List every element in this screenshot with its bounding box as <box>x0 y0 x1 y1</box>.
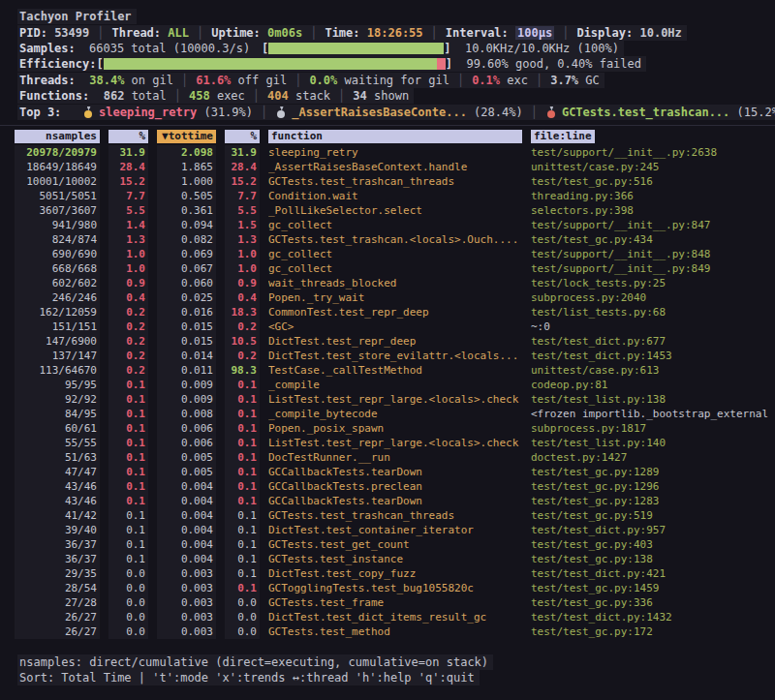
cell-function: GCTests.test_trashcan.<locals>.Ouch.... <box>268 232 522 247</box>
cell-nsamples: 162/12059 <box>15 305 100 320</box>
cell-pct-direct: 1.4 <box>108 218 148 232</box>
cell-tottime: 0.082 <box>157 232 216 247</box>
display-label: Display: <box>576 26 633 40</box>
cell-file-line: test/test_gc.py:138 <box>531 552 775 566</box>
divider: │ <box>189 26 211 40</box>
cell-nsamples: 29/35 <box>15 566 100 581</box>
efficiency-bar-open: [ <box>96 57 103 71</box>
cell-pct-cumulative: 0.1 <box>225 581 260 595</box>
cell-pct-cumulative: 98.3 <box>225 363 260 378</box>
table-row: 36/370.10.0040.1GCTests.test_instancetes… <box>0 552 775 566</box>
threads-waiting-value: 0.0% <box>309 74 337 87</box>
cell-pct-direct: 0.2 <box>108 334 148 349</box>
table-row: 55/550.10.0060.1ListTest.test_repr_large… <box>0 436 775 450</box>
cell-function: DictTest.test_copy_fuzz <box>268 566 522 581</box>
cell-pct-cumulative: 5.5 <box>225 203 260 218</box>
column-header-function[interactable]: function <box>268 130 522 143</box>
table-body: 20978/2097931.92.09831.9sleeping_retryte… <box>0 145 775 639</box>
threads-gc-text: GC <box>585 74 599 87</box>
samples-bar-close: ] <box>444 42 450 55</box>
cell-function: Condition.wait <box>268 189 522 203</box>
cell-function: GCTests.test_method <box>268 624 522 639</box>
profiler-screen: Tachyon Profiler PID: 53499 │ Thread: AL… <box>0 0 775 700</box>
cell-nsamples: 824/874 <box>15 232 100 247</box>
cell-pct-direct: 0.1 <box>108 378 148 392</box>
cell-function: Popen._try_wait <box>268 290 522 305</box>
table-row: 84/950.10.0080.1_compile_bytecode<frozen… <box>0 407 775 421</box>
column-header-pct-cumulative[interactable]: % <box>225 130 260 143</box>
cell-pct-direct: 0.0 <box>108 581 148 595</box>
column-header-pct-direct[interactable]: % <box>108 130 148 143</box>
cell-pct-direct: 0.1 <box>108 494 148 508</box>
cell-pct-direct: 0.1 <box>108 552 148 566</box>
cell-pct-cumulative: 1.0 <box>225 261 260 276</box>
samples-bar-open: [ <box>262 42 268 55</box>
cell-pct-direct: 0.1 <box>108 523 148 537</box>
cell-tottime: 2.098 <box>157 145 216 160</box>
cell-pct-cumulative: 10.5 <box>225 334 260 349</box>
cell-pct-direct: 0.0 <box>108 624 148 639</box>
header-table-divider <box>0 125 775 126</box>
cell-pct-cumulative: 0.4 <box>225 290 260 305</box>
cell-pct-cumulative: 0.0 <box>225 624 260 639</box>
top3-row: Top 3: sleeping_retry (31.9%) │ _AssertR… <box>17 104 775 119</box>
functions-exec-text: exec <box>217 89 245 103</box>
cell-nsamples: 41/42 <box>15 508 100 523</box>
top3-second-pct: (28.4%) <box>474 106 523 119</box>
table-row: 95/950.10.0090.1_compilecodeop.py:81 <box>0 378 775 392</box>
cell-file-line: test/test_gc.py:1459 <box>531 581 775 595</box>
cell-tottime: 0.004 <box>157 494 216 508</box>
cell-tottime: 0.006 <box>157 436 216 450</box>
samples-label: Samples: <box>19 42 89 55</box>
column-header-tottime-sorted[interactable]: ▼tottime <box>157 130 216 143</box>
cell-nsamples: 26/27 <box>15 610 100 624</box>
table-row: 39/400.10.0040.1DictTest.test_container_… <box>0 523 775 537</box>
cell-function: GCTests.test_trashcan_threads <box>268 508 522 523</box>
table-row: 941/9801.40.0941.5gc_collecttest/support… <box>0 218 775 232</box>
cell-pct-direct: 7.7 <box>108 189 148 203</box>
cell-nsamples: 147/6900 <box>15 334 100 349</box>
interval-value[interactable]: 100µs <box>515 26 554 40</box>
threads-off-gil-value: 61.6% <box>196 74 231 87</box>
divider: │ <box>287 74 309 87</box>
functions-stack-text: stack <box>295 89 330 103</box>
cell-file-line: test/test_list.py:138 <box>531 392 775 407</box>
cell-tottime: 0.361 <box>157 203 216 218</box>
cell-file-line: test/test_gc.py:519 <box>531 508 775 523</box>
threads-on-gil-value: 38.4% <box>89 74 124 87</box>
cell-tottime: 0.014 <box>157 349 216 363</box>
cell-pct-direct: 0.1 <box>108 407 148 421</box>
cell-file-line: test/test_dict.py:677 <box>531 334 775 349</box>
cell-nsamples: 95/95 <box>15 378 100 392</box>
cell-pct-cumulative: 15.2 <box>225 174 260 189</box>
cell-function: wait_threads_blocked <box>268 276 522 290</box>
pid-value: 53499 <box>54 26 89 40</box>
cell-tottime: 1.865 <box>157 160 216 174</box>
cell-nsamples: 246/246 <box>15 290 100 305</box>
cell-file-line: doctest.py:1427 <box>531 450 775 465</box>
cell-pct-cumulative: 1.0 <box>225 247 260 261</box>
column-header-nsamples[interactable]: nsamples <box>15 130 100 143</box>
bronze-medal-icon <box>547 107 556 118</box>
table-row: 3607/36075.50.3615.5_PollLikeSelector.se… <box>0 203 775 218</box>
cell-tottime: 0.011 <box>157 363 216 378</box>
samples-bar-fill <box>268 43 444 54</box>
cell-pct-direct: 0.0 <box>108 566 148 581</box>
cell-nsamples: 84/95 <box>15 407 100 421</box>
table-row: 60/610.10.0060.1Popen._posix_spawnsubpro… <box>0 421 775 436</box>
divider: │ <box>89 26 111 40</box>
cell-nsamples: 18649/18649 <box>15 160 100 174</box>
table-row: 690/6901.00.0691.0gc_collecttest/support… <box>0 247 775 261</box>
footer-command-bar[interactable]: Sort: Total Time | 't':mode 'x':trends ↔… <box>17 670 775 686</box>
cell-tottime: 0.016 <box>157 305 216 320</box>
cell-file-line: ~:0 <box>531 320 775 334</box>
uptime-label: Uptime: <box>211 26 261 40</box>
table-row: 28/540.00.0030.1GCTogglingTests.test_bug… <box>0 581 775 595</box>
cell-file-line: <frozen importlib._bootstrap_external <box>531 407 775 421</box>
divider: │ <box>330 89 353 103</box>
thread-value[interactable]: ALL <box>168 26 189 40</box>
cell-pct-cumulative: 0.1 <box>225 479 260 494</box>
top3-first-name: sleeping_retry <box>99 106 197 119</box>
column-header-file-line[interactable]: file:line <box>531 130 775 143</box>
cell-nsamples: 55/55 <box>15 436 100 450</box>
